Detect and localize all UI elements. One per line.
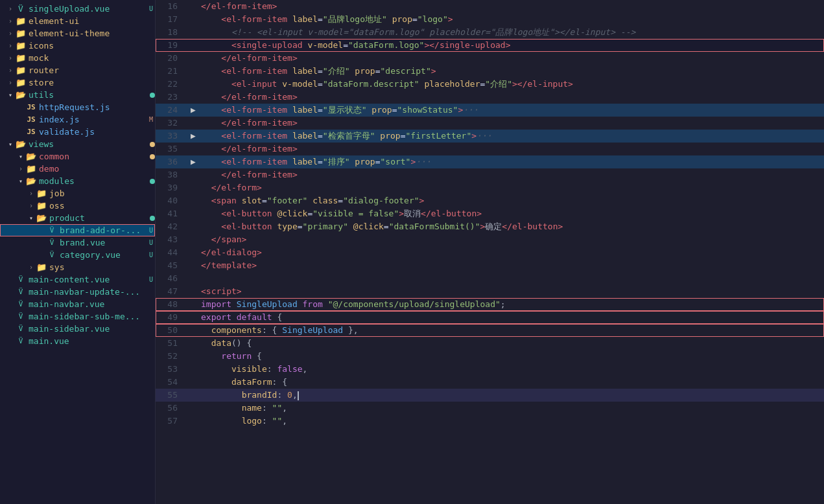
vue-icon: V̈ [16,300,26,308]
tree-item-main[interactable]: › V̈ main.vue [0,335,155,347]
tree-item-job[interactable]: › 📁 job [0,187,155,200]
tree-label: oss [49,201,155,211]
line-number: 50 [156,324,188,337]
arrow-icon: › [5,5,16,12]
tree-label: router [29,65,155,75]
line-number: 36 [156,155,188,168]
code-line-33: 33 ▶ <el-form-item label="检索首字母" prop="f… [156,130,824,143]
line-number: 33 [156,130,188,143]
tree-item-category[interactable]: › V̈ category.vue U [0,249,155,261]
badge-u: U [147,276,155,283]
arrow-icon: › [26,202,36,209]
line-content: dataForm: { [198,376,824,389]
folder-open-icon: 📂 [26,152,36,161]
tree-label: brand-add-or-... [60,225,145,235]
arrow-icon: › [16,165,26,172]
folder-icon: 📁 [36,201,47,211]
folder-icon: 📁 [36,189,47,198]
code-line-17: 17 <el-form-item label="品牌logo地址" prop="… [156,13,824,26]
arrow-icon: › [5,30,16,37]
line-number: 42 [156,220,188,233]
arrow-icon: › [5,42,16,49]
tree-item-common[interactable]: ▾ 📂 common [0,150,155,163]
line-number: 32 [156,117,188,130]
line-content: <el-button @click="visible = false">取消</… [198,207,824,220]
fold-arrow[interactable]: ▶ [188,155,198,168]
fold-arrow [188,363,198,376]
tree-item-validate-js[interactable]: › JS validate.js [0,126,155,138]
line-number: 39 [156,181,188,194]
tree-item-main-navbar-update[interactable]: › V̈ main-navbar-update-... [0,286,155,298]
fold-arrow [188,117,198,130]
fold-arrow [188,26,198,39]
tree-label: element-ui [29,16,155,26]
line-number: 19 [156,39,188,52]
code-line-36: 36 ▶ <el-form-item label="排序" prop="sort… [156,155,824,168]
folder-icon: 📁 [16,78,26,87]
tree-label: icons [29,41,155,51]
status-dot [150,216,155,221]
line-number: 52 [156,350,188,363]
folder-icon: 📁 [16,41,26,51]
tree-item-brand[interactable]: › V̈ brand.vue U [0,236,155,249]
fold-arrow[interactable]: ▶ [188,130,198,143]
js-icon: JS [26,128,36,136]
line-content: </el-form-item> [198,91,824,104]
line-content: <span slot="footer" class="dialog-footer… [198,194,824,207]
code-line-54: 54 dataForm: { [156,376,824,389]
tree-item-views[interactable]: ▾ 📂 views [0,138,155,150]
line-number: 44 [156,246,188,259]
tree-item-brand-add[interactable]: › V̈ brand-add-or-... U [0,224,155,236]
fold-arrow[interactable]: ▶ [188,104,198,117]
code-line-42: 42 <el-button type="primary" @click="dat… [156,220,824,233]
tree-item-oss[interactable]: › 📁 oss [0,200,155,212]
vue-icon: V̈ [16,4,26,14]
tree-item-product[interactable]: ▾ 📂 product [0,212,155,224]
line-number: 41 [156,207,188,220]
tree-item-index-js[interactable]: › JS index.js M [0,113,155,126]
tree-item-httpRequest[interactable]: › JS httpRequest.js [0,101,155,113]
tree-item-utils[interactable]: ▾ 📂 utils [0,89,155,101]
tree-item-mock[interactable]: › 📁 mock [0,52,155,64]
tree-item-main-navbar[interactable]: › V̈ main-navbar.vue [0,298,155,310]
fold-arrow [188,220,198,233]
tree-label: main-sidebar.vue [29,324,155,334]
tree-item-element-ui[interactable]: › 📁 element-ui [0,15,155,27]
fold-arrow [188,311,198,324]
tree-label: validate.js [39,127,155,137]
line-content: </el-form-item> [198,52,824,65]
line-content: <el-form-item label="排序" prop="sort">··· [198,155,824,168]
line-content: <el-button type="primary" @click="dataFo… [198,220,824,233]
editor-content[interactable]: 16 </el-form-item> 17 <el-form-item labe… [156,0,824,504]
tree-item-main-sidebar[interactable]: › V̈ main-sidebar.vue [0,323,155,335]
code-line-57: 57 logo: "", [156,415,824,428]
tree-item-modules[interactable]: ▾ 📂 modules [0,175,155,187]
code-line-53: 53 visible: false, [156,363,824,376]
line-content [198,272,824,285]
code-line-39: 39 </el-form> [156,181,824,194]
code-line-50: 50 components: { SingleUpload }, [156,324,824,337]
tree-item-main-content[interactable]: › V̈ main-content.vue U [0,273,155,286]
fold-arrow [188,259,198,272]
tree-item-element-ui-theme[interactable]: › 📁 element-ui-theme [0,27,155,40]
line-content: </template> [198,259,824,272]
tree-item-store[interactable]: › 📁 store [0,76,155,89]
vue-icon: V̈ [16,312,26,321]
fold-arrow [188,91,198,104]
fold-arrow [188,233,198,246]
line-content: <single-upload v-model="dataForm.logo"><… [198,39,824,52]
line-content: data() { [198,337,824,350]
tree-item-singleUpload[interactable]: › V̈ singleUpload.vue U [0,3,155,15]
tree-item-sys[interactable]: › 📁 sys [0,261,155,273]
fold-arrow [188,415,198,428]
code-line-35: 35 </el-form-item> [156,143,824,155]
vue-icon: V̈ [47,251,57,259]
tree-item-main-sidebar-sub[interactable]: › V̈ main-sidebar-sub-me... [0,310,155,323]
tree-label: main.vue [29,336,155,346]
tree-item-icons[interactable]: › 📁 icons [0,40,155,52]
code-line-18: 18 <!-- <el-input v-model="dataForm.logo… [156,26,824,39]
code-line-16: 16 </el-form-item> [156,0,824,13]
folder-icon: 📁 [16,53,26,63]
tree-item-demo[interactable]: › 📁 demo [0,163,155,175]
tree-item-router[interactable]: › 📁 router [0,64,155,76]
